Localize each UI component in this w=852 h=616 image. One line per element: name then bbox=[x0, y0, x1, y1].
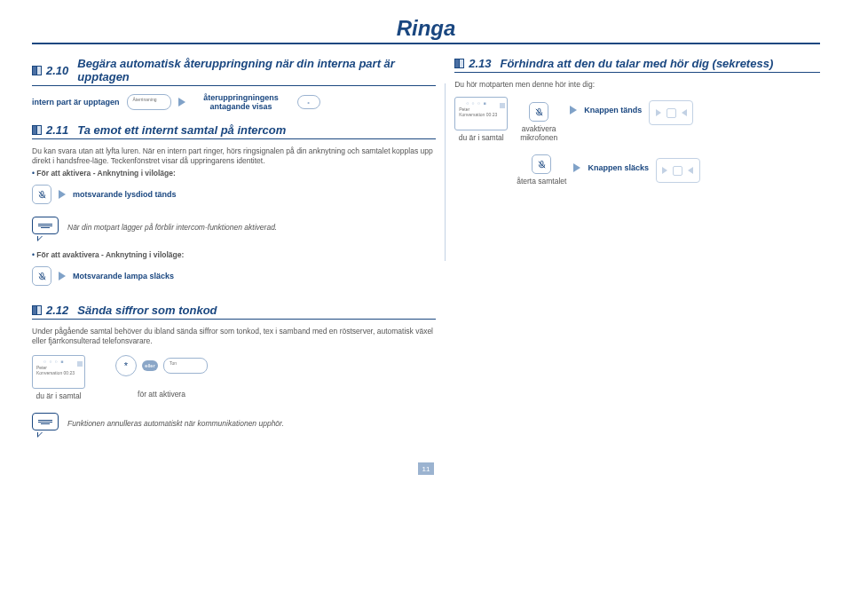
mute-button[interactable] bbox=[529, 102, 548, 122]
mic-mute-icon bbox=[37, 190, 47, 200]
section-marker-icon bbox=[454, 59, 464, 68]
section-title: Ta emot ett internt samtal på intercom bbox=[77, 123, 286, 137]
note-text: Funktionen annulleras automatiskt när ko… bbox=[67, 419, 284, 428]
button-off-label: Knappen släcks bbox=[588, 163, 649, 172]
note-intercom: När din motpart lägger på förblir interc… bbox=[32, 217, 436, 238]
display-ton: Ton bbox=[163, 358, 208, 374]
mute-button[interactable] bbox=[32, 185, 51, 204]
section-number: 2.11 bbox=[46, 123, 68, 137]
led-off-label: Motsvarande lampa släcks bbox=[73, 272, 174, 280]
page-number: 11 bbox=[418, 462, 434, 475]
arrow-icon bbox=[59, 190, 66, 199]
note-text: När din motpart lägger på förblir interc… bbox=[67, 223, 277, 232]
mute-mic-caption: avaktivera mikrofonen bbox=[515, 124, 563, 142]
volume-button[interactable] bbox=[649, 100, 693, 125]
section-number: 2.13 bbox=[469, 57, 491, 70]
activate-caption: för att aktivera bbox=[138, 390, 185, 399]
in-call-caption: du är i samtal bbox=[459, 133, 504, 142]
ateruppringning-label: återuppringningens antagande visas bbox=[193, 93, 290, 111]
column-separator bbox=[445, 83, 446, 261]
arrow-icon bbox=[573, 163, 580, 172]
section-marker-icon bbox=[32, 305, 42, 315]
section-2-10-head: 2.10 Begära automatisk återuppringning n… bbox=[32, 57, 436, 86]
dot-button[interactable]: • bbox=[297, 95, 320, 109]
section-2-12-head: 2.12 Sända siffror som tonkod bbox=[32, 304, 436, 320]
s212-body: Under pågående samtal behöver du ibland … bbox=[32, 327, 436, 346]
section-marker-icon bbox=[32, 66, 42, 75]
mic-mute-icon bbox=[537, 160, 547, 170]
section-2-13-head: 2.13 Förhindra att den du talar med hör … bbox=[454, 57, 820, 73]
section-number: 2.12 bbox=[46, 304, 68, 317]
section-title: Förhindra att den du talar med hör dig (… bbox=[500, 57, 773, 70]
mic-mute-icon bbox=[534, 107, 544, 117]
resume-caption: återta samtalet bbox=[517, 177, 566, 186]
arrow-icon bbox=[178, 98, 185, 107]
section-title: Begära automatisk återuppringning när di… bbox=[77, 57, 436, 83]
mic-mute-icon bbox=[37, 272, 47, 281]
page-title: Ringa bbox=[32, 16, 820, 41]
display-aterringning: Återrinaning bbox=[127, 94, 171, 110]
s211-body: Du kan svara utan att lyfta luren. När e… bbox=[32, 146, 436, 166]
section-marker-icon bbox=[32, 125, 42, 135]
section-title: Sända siffror som tonkod bbox=[77, 304, 217, 317]
title-rule bbox=[32, 43, 820, 44]
asterisk-key[interactable]: * bbox=[115, 355, 137, 376]
s213-intro: Du hör motparten men denne hör inte dig: bbox=[454, 80, 820, 90]
volume-button[interactable] bbox=[656, 158, 700, 183]
deactivate-bullet: • För att avaktivera - Anknytning i vilo… bbox=[32, 250, 436, 259]
activate-bullet: • För att aktivera - Anknytning i vilolä… bbox=[32, 169, 436, 178]
speech-bubble-icon bbox=[32, 217, 59, 238]
speech-bubble-icon bbox=[32, 413, 59, 434]
led-on-label: motsvarande lysdiod tänds bbox=[73, 190, 177, 199]
display-in-call: ○ ○ ○ ■ PeterKonversation 00:23 bbox=[32, 355, 85, 389]
arrow-icon bbox=[59, 272, 66, 280]
display-in-call: ○ ○ ○ ■ PeterKonversation 00:23 bbox=[454, 97, 508, 130]
note-tonkod: Funktionen annulleras automatiskt när ko… bbox=[32, 413, 436, 434]
section-number: 2.10 bbox=[46, 64, 68, 77]
button-lit-label: Knappen tänds bbox=[584, 106, 642, 115]
in-call-caption: du är i samtal bbox=[36, 391, 81, 400]
mute-button[interactable] bbox=[32, 266, 51, 286]
or-badge: eller bbox=[142, 360, 158, 371]
arrow-icon bbox=[570, 106, 577, 115]
mute-button[interactable] bbox=[532, 154, 551, 174]
intern-part-label: intern part är upptagen bbox=[32, 98, 120, 107]
section-2-11-head: 2.11 Ta emot ett internt samtal på inter… bbox=[32, 123, 436, 139]
